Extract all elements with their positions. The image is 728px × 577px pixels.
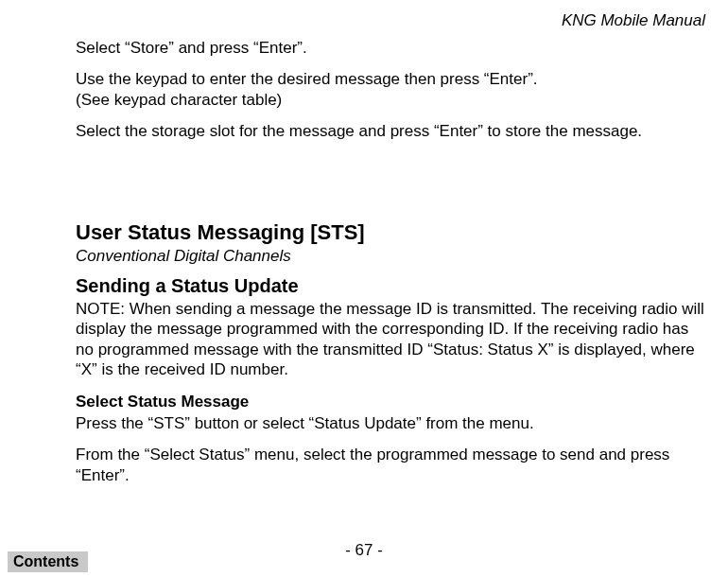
section-heading: User Status Messaging [STS]	[76, 220, 709, 245]
select-status-heading: Select Status Message	[76, 393, 709, 411]
select-status-p2: From the “Select Status” menu, select th…	[76, 445, 709, 485]
sending-status-heading: Sending a Status Update	[76, 275, 709, 297]
select-status-p1: Press the “STS” button or select “Status…	[76, 413, 709, 433]
contents-button[interactable]: Contents	[8, 551, 88, 572]
intro-paragraph-1: Select “Store” and press “Enter”.	[76, 38, 709, 58]
intro-paragraph-3: Select the storage slot for the message …	[76, 121, 709, 141]
intro-paragraph-2a: Use the keypad to enter the desired mess…	[76, 70, 538, 88]
intro-paragraph-2: Use the keypad to enter the desired mess…	[76, 69, 709, 110]
intro-paragraph-2b: (See keypad character table)	[76, 91, 282, 109]
header-title: KNG Mobile Manual	[76, 11, 709, 30]
page-number: - 67 -	[0, 541, 728, 560]
section-subtitle: Conventional Digital Channels	[76, 247, 709, 266]
sending-status-note: NOTE: When sending a message the message…	[76, 299, 709, 379]
